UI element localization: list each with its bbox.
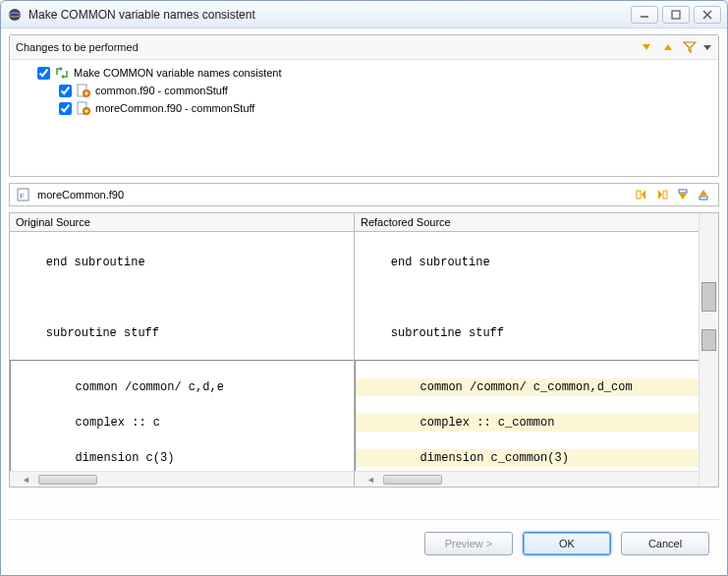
ok-button[interactable]: OK [523, 532, 611, 555]
tree-root[interactable]: Make COMMON variable names consistent [16, 64, 712, 82]
tree-item-label: moreCommon.f90 - commonStuff [95, 102, 254, 114]
refactored-code-scroll[interactable]: end subroutine subroutine stuff common /… [355, 232, 699, 471]
refactor-icon [54, 65, 70, 81]
code-line: common /common/ c,d,e [11, 378, 354, 396]
code-line: end subroutine [355, 254, 699, 271]
original-pane: Original Source end subroutine subroutin… [10, 213, 354, 487]
window-title: Make COMMON variable names consistent [28, 8, 631, 22]
original-code: end subroutine subroutine stuff common /… [10, 232, 354, 471]
file-change-icon [76, 83, 91, 98]
svg-point-0 [9, 9, 21, 21]
compare-view: Original Source end subroutine subroutin… [9, 212, 719, 488]
next-change-icon[interactable] [638, 38, 655, 56]
preview-button[interactable]: Preview > [424, 532, 513, 555]
code-line: complex :: c [11, 414, 354, 432]
code-line: end subroutine [10, 254, 354, 271]
dropdown-icon[interactable] [702, 38, 712, 56]
changes-toolbar [638, 38, 712, 56]
file-bar-label: moreCommon.f90 [37, 189, 124, 201]
code-line [355, 289, 699, 307]
tree-item-checkbox[interactable] [59, 102, 72, 115]
diff-overview-ruler[interactable] [699, 213, 718, 487]
refactored-pane-title: Refactored Source [355, 213, 699, 232]
refactored-hscrollbar[interactable]: ◄ [355, 471, 699, 487]
code-line: subroutine stuff [355, 324, 699, 342]
file-change-icon [76, 100, 91, 116]
copy-left-icon[interactable] [633, 186, 650, 203]
code-line: complex :: c_common [356, 414, 699, 432]
svg-rect-13 [663, 191, 667, 199]
changes-tree[interactable]: Make COMMON variable names consistent co… [10, 60, 718, 176]
tree-item[interactable]: moreCommon.f90 - commonStuff [16, 99, 712, 117]
code-line: common /common/ c_common,d_com [356, 378, 699, 396]
button-bar: Preview > OK Cancel [9, 519, 719, 567]
code-line: dimension c_common(3) [356, 449, 699, 467]
minimize-button[interactable] [631, 6, 658, 24]
prev-diff-icon[interactable] [695, 186, 712, 203]
refactored-code: end subroutine subroutine stuff common /… [355, 232, 699, 471]
original-pane-title: Original Source [10, 213, 354, 232]
maximize-button[interactable] [662, 6, 690, 24]
code-line: subroutine stuff [10, 324, 354, 342]
original-code-scroll[interactable]: end subroutine subroutine stuff common /… [10, 232, 354, 471]
tree-item-label: common.f90 - commonStuff [95, 85, 228, 96]
original-hscrollbar[interactable]: ◄ [10, 471, 354, 487]
fortran-file-icon: F [16, 187, 31, 202]
tree-item[interactable]: common.f90 - commonStuff [16, 82, 712, 99]
svg-rect-12 [637, 191, 641, 199]
filter-icon[interactable] [681, 38, 699, 56]
changes-group-header: Changes to be performed [10, 35, 718, 60]
eclipse-icon [7, 7, 23, 23]
compare-toolbar [633, 186, 712, 203]
svg-text:F: F [20, 192, 25, 201]
tree-item-checkbox[interactable] [59, 85, 72, 97]
prev-change-icon[interactable] [659, 38, 677, 56]
close-button[interactable] [694, 6, 721, 24]
tree-root-label: Make COMMON variable names consistent [74, 67, 282, 79]
svg-rect-14 [679, 190, 687, 193]
tree-root-checkbox[interactable] [37, 67, 50, 80]
file-bar: F moreCommon.f90 [9, 183, 719, 206]
copy-right-icon[interactable] [653, 186, 671, 203]
svg-rect-3 [672, 11, 680, 19]
code-line [10, 289, 354, 307]
refactored-pane: Refactored Source end subroutine subrout… [355, 213, 699, 487]
titlebar: Make COMMON variable names consistent [1, 1, 727, 29]
dialog-window: Make COMMON variable names consistent Ch… [0, 0, 728, 576]
svg-rect-15 [700, 197, 707, 200]
changes-group-title: Changes to be performed [16, 41, 139, 53]
changes-group: Changes to be performed [9, 34, 719, 177]
code-line: dimension c(3) [11, 449, 354, 467]
cancel-button[interactable]: Cancel [621, 532, 709, 555]
next-diff-icon[interactable] [674, 186, 692, 203]
window-controls [631, 6, 721, 24]
dialog-content: Changes to be performed [1, 29, 727, 575]
